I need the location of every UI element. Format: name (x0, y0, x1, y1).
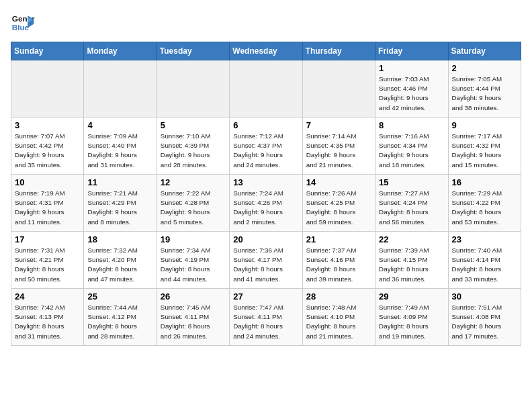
calendar-cell (230, 60, 302, 118)
calendar-cell: 16Sunrise: 7:29 AM Sunset: 4:22 PM Dayli… (448, 175, 521, 232)
day-number: 2 (452, 63, 517, 73)
calendar-cell (302, 60, 375, 118)
calendar-cell: 26Sunrise: 7:45 AM Sunset: 4:11 PM Dayli… (157, 289, 229, 346)
weekday-header-saturday: Saturday (448, 42, 521, 60)
day-info: Sunrise: 7:45 AM Sunset: 4:11 PM Dayligh… (161, 303, 226, 341)
day-number: 4 (87, 120, 152, 130)
day-info: Sunrise: 7:51 AM Sunset: 4:08 PM Dayligh… (452, 303, 517, 341)
calendar-cell: 12Sunrise: 7:22 AM Sunset: 4:28 PM Dayli… (157, 175, 229, 232)
calendar-cell: 29Sunrise: 7:49 AM Sunset: 4:09 PM Dayli… (375, 289, 448, 346)
day-number: 30 (452, 291, 517, 302)
day-info: Sunrise: 7:42 AM Sunset: 4:13 PM Dayligh… (15, 303, 80, 341)
weekday-header-tuesday: Tuesday (157, 42, 229, 60)
day-number: 3 (15, 120, 80, 130)
calendar-cell: 7Sunrise: 7:14 AM Sunset: 4:35 PM Daylig… (302, 118, 375, 175)
day-number: 20 (233, 234, 298, 244)
day-info: Sunrise: 7:22 AM Sunset: 4:28 PM Dayligh… (161, 189, 226, 227)
day-info: Sunrise: 7:16 AM Sunset: 4:34 PM Dayligh… (379, 132, 444, 170)
day-info: Sunrise: 7:44 AM Sunset: 4:12 PM Dayligh… (87, 303, 152, 341)
calendar-cell: 1Sunrise: 7:03 AM Sunset: 4:46 PM Daylig… (375, 60, 448, 118)
day-number: 14 (306, 177, 371, 187)
day-info: Sunrise: 7:31 AM Sunset: 4:21 PM Dayligh… (15, 246, 80, 284)
calendar-cell: 18Sunrise: 7:32 AM Sunset: 4:20 PM Dayli… (84, 232, 157, 289)
day-number: 19 (161, 234, 226, 244)
day-info: Sunrise: 7:40 AM Sunset: 4:14 PM Dayligh… (452, 246, 517, 284)
day-number: 1 (379, 63, 444, 73)
day-number: 18 (87, 234, 152, 244)
calendar-cell: 30Sunrise: 7:51 AM Sunset: 4:08 PM Dayli… (448, 289, 521, 346)
day-info: Sunrise: 7:24 AM Sunset: 4:26 PM Dayligh… (233, 189, 298, 227)
day-number: 6 (233, 120, 298, 130)
day-info: Sunrise: 7:39 AM Sunset: 4:15 PM Dayligh… (379, 246, 444, 284)
calendar-week-4: 17Sunrise: 7:31 AM Sunset: 4:21 PM Dayli… (11, 232, 521, 289)
day-info: Sunrise: 7:29 AM Sunset: 4:22 PM Dayligh… (452, 189, 517, 227)
day-info: Sunrise: 7:21 AM Sunset: 4:29 PM Dayligh… (87, 189, 152, 227)
calendar-cell: 19Sunrise: 7:34 AM Sunset: 4:19 PM Dayli… (157, 232, 229, 289)
day-info: Sunrise: 7:09 AM Sunset: 4:40 PM Dayligh… (87, 132, 152, 170)
day-number: 10 (15, 177, 80, 187)
day-number: 28 (306, 291, 371, 302)
svg-text:Blue: Blue (12, 23, 30, 32)
calendar-week-2: 3Sunrise: 7:07 AM Sunset: 4:42 PM Daylig… (11, 118, 521, 175)
day-info: Sunrise: 7:14 AM Sunset: 4:35 PM Dayligh… (306, 132, 371, 170)
header: General Blue (11, 11, 521, 35)
calendar-cell: 24Sunrise: 7:42 AM Sunset: 4:13 PM Dayli… (11, 289, 84, 346)
weekday-header-wednesday: Wednesday (230, 42, 302, 60)
calendar-cell: 14Sunrise: 7:26 AM Sunset: 4:25 PM Dayli… (302, 175, 375, 232)
day-info: Sunrise: 7:49 AM Sunset: 4:09 PM Dayligh… (379, 303, 444, 341)
day-number: 26 (161, 291, 226, 302)
calendar-table: SundayMondayTuesdayWednesdayThursdayFrid… (11, 42, 521, 346)
calendar-cell (11, 60, 84, 118)
weekday-header-thursday: Thursday (302, 42, 375, 60)
day-number: 25 (87, 291, 152, 302)
calendar-cell: 17Sunrise: 7:31 AM Sunset: 4:21 PM Dayli… (11, 232, 84, 289)
day-number: 13 (233, 177, 298, 187)
calendar-cell: 3Sunrise: 7:07 AM Sunset: 4:42 PM Daylig… (11, 118, 84, 175)
day-number: 29 (379, 291, 444, 302)
calendar-cell (84, 60, 157, 118)
day-number: 11 (87, 177, 152, 187)
day-number: 17 (15, 234, 80, 244)
calendar-cell: 5Sunrise: 7:10 AM Sunset: 4:39 PM Daylig… (157, 118, 229, 175)
calendar-cell: 11Sunrise: 7:21 AM Sunset: 4:29 PM Dayli… (84, 175, 157, 232)
calendar-cell: 4Sunrise: 7:09 AM Sunset: 4:40 PM Daylig… (84, 118, 157, 175)
weekday-row: SundayMondayTuesdayWednesdayThursdayFrid… (11, 42, 521, 60)
logo: General Blue (11, 11, 38, 35)
day-info: Sunrise: 7:27 AM Sunset: 4:24 PM Dayligh… (379, 189, 444, 227)
day-info: Sunrise: 7:34 AM Sunset: 4:19 PM Dayligh… (161, 246, 226, 284)
day-info: Sunrise: 7:19 AM Sunset: 4:31 PM Dayligh… (15, 189, 80, 227)
calendar-cell: 2Sunrise: 7:05 AM Sunset: 4:44 PM Daylig… (448, 60, 521, 118)
calendar-cell: 27Sunrise: 7:47 AM Sunset: 4:11 PM Dayli… (230, 289, 302, 346)
logo-icon: General Blue (11, 11, 35, 35)
weekday-header-monday: Monday (84, 42, 157, 60)
day-info: Sunrise: 7:47 AM Sunset: 4:11 PM Dayligh… (233, 303, 298, 341)
calendar-cell: 6Sunrise: 7:12 AM Sunset: 4:37 PM Daylig… (230, 118, 302, 175)
day-info: Sunrise: 7:32 AM Sunset: 4:20 PM Dayligh… (87, 246, 152, 284)
weekday-header-sunday: Sunday (11, 42, 84, 60)
day-info: Sunrise: 7:03 AM Sunset: 4:46 PM Dayligh… (379, 75, 444, 113)
calendar-week-3: 10Sunrise: 7:19 AM Sunset: 4:31 PM Dayli… (11, 175, 521, 232)
calendar-body: 1Sunrise: 7:03 AM Sunset: 4:46 PM Daylig… (11, 60, 521, 346)
day-info: Sunrise: 7:05 AM Sunset: 4:44 PM Dayligh… (452, 75, 517, 113)
calendar-cell: 20Sunrise: 7:36 AM Sunset: 4:17 PM Dayli… (230, 232, 302, 289)
calendar-cell: 9Sunrise: 7:17 AM Sunset: 4:32 PM Daylig… (448, 118, 521, 175)
calendar-cell: 13Sunrise: 7:24 AM Sunset: 4:26 PM Dayli… (230, 175, 302, 232)
day-number: 23 (452, 234, 517, 244)
day-info: Sunrise: 7:36 AM Sunset: 4:17 PM Dayligh… (233, 246, 298, 284)
day-info: Sunrise: 7:10 AM Sunset: 4:39 PM Dayligh… (161, 132, 226, 170)
day-number: 8 (379, 120, 444, 130)
weekday-header-friday: Friday (375, 42, 448, 60)
day-number: 22 (379, 234, 444, 244)
calendar-cell: 23Sunrise: 7:40 AM Sunset: 4:14 PM Dayli… (448, 232, 521, 289)
calendar-cell: 28Sunrise: 7:48 AM Sunset: 4:10 PM Dayli… (302, 289, 375, 346)
day-number: 16 (452, 177, 517, 187)
day-number: 21 (306, 234, 371, 244)
day-number: 9 (452, 120, 517, 130)
day-number: 27 (233, 291, 298, 302)
calendar-header: SundayMondayTuesdayWednesdayThursdayFrid… (11, 42, 521, 60)
day-info: Sunrise: 7:37 AM Sunset: 4:16 PM Dayligh… (306, 246, 371, 284)
calendar-week-5: 24Sunrise: 7:42 AM Sunset: 4:13 PM Dayli… (11, 289, 521, 346)
day-number: 24 (15, 291, 80, 302)
day-info: Sunrise: 7:12 AM Sunset: 4:37 PM Dayligh… (233, 132, 298, 170)
calendar-cell: 21Sunrise: 7:37 AM Sunset: 4:16 PM Dayli… (302, 232, 375, 289)
